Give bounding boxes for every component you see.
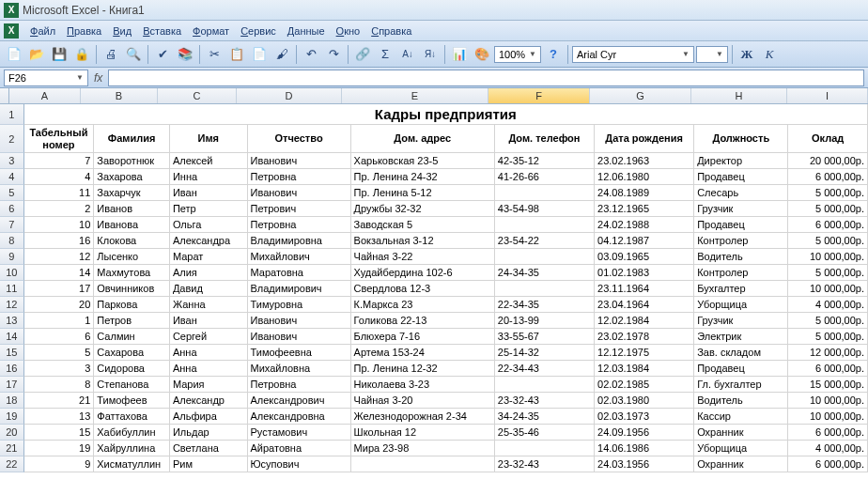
cell-birthdate[interactable]: 14.06.1986 xyxy=(595,441,694,456)
print-button[interactable]: 🖨 xyxy=(101,44,121,65)
cell-salary[interactable]: 10 000,00р. xyxy=(788,409,868,425)
cell-position[interactable]: Уборщица xyxy=(694,441,788,456)
cell-position[interactable]: Бухгалтер xyxy=(694,281,788,297)
cell-num[interactable]: 10 xyxy=(24,217,95,233)
cell-phone[interactable]: 43-54-98 xyxy=(495,201,595,217)
cell-address[interactable]: Артема 153-24 xyxy=(351,345,495,361)
cell-address[interactable] xyxy=(351,456,495,472)
cell-phone[interactable]: 33-55-67 xyxy=(495,329,595,345)
cell-salary[interactable]: 10 000,00р. xyxy=(788,393,868,409)
cell-birthdate[interactable]: 12.12.1975 xyxy=(595,345,694,361)
cell-salary[interactable]: 4 000,00р. xyxy=(788,297,868,313)
cell-surname[interactable]: Захарова xyxy=(94,169,170,185)
cell-patronymic[interactable]: Иванович xyxy=(248,153,351,169)
row-head[interactable]: 9 xyxy=(0,249,24,265)
cell-birthdate[interactable]: 24.03.1956 xyxy=(595,456,694,472)
cell-salary[interactable]: 5 000,00р. xyxy=(788,233,868,249)
cell-salary[interactable]: 12 000,00р. xyxy=(788,345,868,361)
cell-patronymic[interactable]: Михайлович xyxy=(248,249,351,265)
app-icon[interactable]: X xyxy=(4,23,19,39)
cell-name[interactable]: Альфира xyxy=(170,409,248,425)
cell-phone[interactable] xyxy=(495,249,595,265)
select-all-corner[interactable] xyxy=(0,88,9,103)
cell-num[interactable]: 7 xyxy=(24,153,95,169)
row-head[interactable]: 14 xyxy=(0,329,24,345)
cell-birthdate[interactable]: 12.06.1980 xyxy=(595,169,694,185)
row-head[interactable]: 3 xyxy=(0,153,24,169)
cell-position[interactable]: Контролер xyxy=(694,233,788,249)
cell-salary[interactable]: 5 000,00р. xyxy=(788,201,868,217)
cell-salary[interactable]: 20 000,00р. xyxy=(788,153,868,169)
cell-patronymic[interactable]: Айратовна xyxy=(248,441,351,456)
cell-birthdate[interactable]: 23.02.1963 xyxy=(595,153,694,169)
redo-button[interactable]: ↷ xyxy=(323,44,344,65)
cell-birthdate[interactable]: 03.09.1965 xyxy=(595,249,694,265)
row-head[interactable]: 17 xyxy=(0,377,24,393)
cell-num[interactable]: 11 xyxy=(24,185,95,201)
cell-surname[interactable]: Лысенко xyxy=(94,249,170,265)
research-button[interactable]: 📚 xyxy=(175,44,195,65)
sort-desc-button[interactable]: Я↓ xyxy=(420,44,441,65)
cell-surname[interactable]: Сидорова xyxy=(94,361,170,377)
cell-salary[interactable]: 6 000,00р. xyxy=(788,169,868,185)
menu-формат[interactable]: Формат xyxy=(187,23,235,39)
cell-num[interactable]: 13 xyxy=(24,409,95,425)
cell-birthdate[interactable]: 24.08.1989 xyxy=(595,185,694,201)
cell-salary[interactable]: 15 000,00р. xyxy=(788,377,868,393)
cell-position[interactable]: Продавец xyxy=(694,217,788,233)
col-head-H[interactable]: H xyxy=(691,88,787,103)
cell-name[interactable]: Александра xyxy=(170,233,248,249)
open-button[interactable]: 📂 xyxy=(26,44,47,65)
cell-patronymic[interactable]: Александровна xyxy=(248,409,351,425)
formula-input[interactable] xyxy=(108,70,864,86)
cell-position[interactable]: Уборщица xyxy=(694,297,788,313)
cell-position[interactable]: Охранник xyxy=(694,456,788,472)
cell-birthdate[interactable]: 02.02.1985 xyxy=(595,377,694,393)
cell-birthdate[interactable]: 24.09.1956 xyxy=(595,425,694,441)
cell-patronymic[interactable]: Тимуровна xyxy=(248,297,351,313)
cell-num[interactable]: 17 xyxy=(24,281,95,297)
cell-phone[interactable] xyxy=(495,185,595,201)
cell-num[interactable]: 8 xyxy=(24,377,95,393)
table-title[interactable]: Кадры предприятия xyxy=(24,104,868,125)
cell-num[interactable]: 12 xyxy=(24,249,95,265)
cell-position[interactable]: Кассир xyxy=(694,409,788,425)
row-head[interactable]: 1 xyxy=(0,104,24,125)
cell-birthdate[interactable]: 12.02.1984 xyxy=(595,313,694,329)
preview-button[interactable]: 🔍 xyxy=(123,44,144,65)
cell-position[interactable]: Водитель xyxy=(694,249,788,265)
fontsize-combo[interactable]: ▼ xyxy=(696,46,728,63)
menu-данные[interactable]: Данные xyxy=(282,23,331,39)
menu-правка[interactable]: Правка xyxy=(61,23,107,39)
cell-phone[interactable]: 22-34-35 xyxy=(495,297,595,313)
undo-button[interactable]: ↶ xyxy=(301,44,321,65)
header-cell[interactable]: Табельный номер xyxy=(24,125,95,153)
cell-position[interactable]: Электрик xyxy=(694,329,788,345)
cell-birthdate[interactable]: 04.12.1987 xyxy=(595,233,694,249)
cell-address[interactable]: Блюхера 7-16 xyxy=(351,329,495,345)
cell-num[interactable]: 16 xyxy=(24,233,95,249)
help-button[interactable]: ? xyxy=(543,44,564,65)
cell-name[interactable]: Марат xyxy=(170,249,248,265)
paste-button[interactable]: 📄 xyxy=(249,44,270,65)
cell-address[interactable]: Худайбердина 102-6 xyxy=(351,265,495,281)
cell-patronymic[interactable]: Александрович xyxy=(248,393,351,409)
col-head-A[interactable]: A xyxy=(9,88,81,103)
cell-patronymic[interactable]: Тимофеевна xyxy=(248,345,351,361)
col-head-C[interactable]: C xyxy=(158,88,237,103)
cell-name[interactable]: Рим xyxy=(170,456,248,472)
cell-birthdate[interactable]: 23.02.1978 xyxy=(595,329,694,345)
cell-phone[interactable]: 24-34-35 xyxy=(495,265,595,281)
cell-phone[interactable]: 42-35-12 xyxy=(495,153,595,169)
cell-name[interactable]: Ольга xyxy=(170,217,248,233)
cell-position[interactable]: Грузчик xyxy=(694,313,788,329)
cell-address[interactable]: Чайная 3-20 xyxy=(351,393,495,409)
cell-surname[interactable]: Паркова xyxy=(94,297,170,313)
cell-num[interactable]: 3 xyxy=(24,361,95,377)
cell-surname[interactable]: Салмин xyxy=(94,329,170,345)
header-cell[interactable]: Дата рождения xyxy=(595,125,694,153)
row-head[interactable]: 6 xyxy=(0,201,24,217)
cell-address[interactable]: Мира 23-98 xyxy=(351,441,495,456)
cell-name[interactable]: Ильдар xyxy=(170,425,248,441)
cell-name[interactable]: Александр xyxy=(170,393,248,409)
